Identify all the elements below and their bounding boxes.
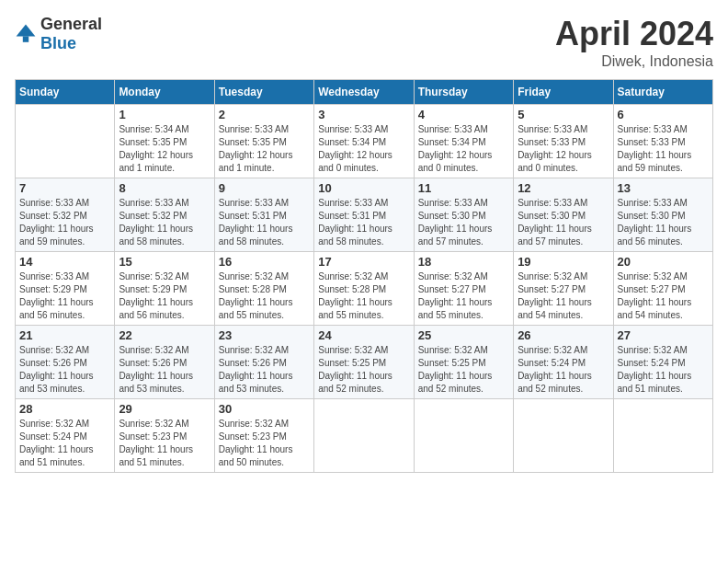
calendar-cell: 6Sunrise: 5:33 AMSunset: 5:33 PMDaylight… xyxy=(613,105,712,178)
cell-info: Sunrise: 5:32 AMSunset: 5:29 PMDaylight:… xyxy=(119,270,210,322)
day-number: 29 xyxy=(119,402,210,416)
day-number: 27 xyxy=(618,328,709,342)
calendar-week-2: 7Sunrise: 5:33 AMSunset: 5:32 PMDaylight… xyxy=(16,178,713,252)
day-number: 3 xyxy=(318,108,409,121)
calendar-cell: 5Sunrise: 5:33 AMSunset: 5:33 PMDaylight… xyxy=(514,105,613,178)
calendar-cell: 2Sunrise: 5:33 AMSunset: 5:35 PMDaylight… xyxy=(214,105,313,178)
col-header-sunday: Sunday xyxy=(16,80,115,105)
day-number: 12 xyxy=(518,181,609,195)
day-number: 26 xyxy=(518,328,609,342)
cell-info: Sunrise: 5:33 AMSunset: 5:30 PMDaylight:… xyxy=(618,197,709,248)
title-area: April 2024 Diwek, Indonesia xyxy=(555,15,713,70)
day-number: 8 xyxy=(119,181,210,195)
cell-info: Sunrise: 5:32 AMSunset: 5:24 PMDaylight:… xyxy=(618,344,709,396)
cell-info: Sunrise: 5:32 AMSunset: 5:28 PMDaylight:… xyxy=(219,270,310,322)
cell-info: Sunrise: 5:33 AMSunset: 5:31 PMDaylight:… xyxy=(219,197,310,248)
day-number: 15 xyxy=(119,255,210,269)
cell-info: Sunrise: 5:32 AMSunset: 5:24 PMDaylight:… xyxy=(19,418,110,469)
cell-info: Sunrise: 5:33 AMSunset: 5:30 PMDaylight:… xyxy=(418,197,509,248)
calendar-cell xyxy=(414,399,513,473)
calendar-cell: 11Sunrise: 5:33 AMSunset: 5:30 PMDayligh… xyxy=(414,178,513,252)
calendar-cell: 13Sunrise: 5:33 AMSunset: 5:30 PMDayligh… xyxy=(613,178,712,252)
day-number: 9 xyxy=(219,181,310,195)
calendar-cell: 7Sunrise: 5:33 AMSunset: 5:32 PMDaylight… xyxy=(16,178,115,252)
cell-info: Sunrise: 5:32 AMSunset: 5:26 PMDaylight:… xyxy=(19,344,110,396)
calendar-cell: 28Sunrise: 5:32 AMSunset: 5:24 PMDayligh… xyxy=(16,399,115,473)
month-title: April 2024 xyxy=(555,15,713,53)
col-header-thursday: Thursday xyxy=(414,80,513,105)
logo: General Blue xyxy=(15,15,102,53)
logo-general-text: General xyxy=(40,15,102,33)
day-number: 11 xyxy=(418,181,509,195)
calendar-week-1: 1Sunrise: 5:34 AMSunset: 5:35 PMDaylight… xyxy=(16,105,713,178)
cell-info: Sunrise: 5:32 AMSunset: 5:28 PMDaylight:… xyxy=(318,270,409,322)
svg-marker-0 xyxy=(17,25,36,37)
day-number: 30 xyxy=(219,402,310,416)
calendar-cell: 3Sunrise: 5:33 AMSunset: 5:34 PMDaylight… xyxy=(314,105,414,178)
col-header-tuesday: Tuesday xyxy=(214,80,313,105)
day-number: 10 xyxy=(318,181,409,195)
calendar-cell: 23Sunrise: 5:32 AMSunset: 5:26 PMDayligh… xyxy=(214,326,313,399)
calendar-cell: 22Sunrise: 5:32 AMSunset: 5:26 PMDayligh… xyxy=(115,326,214,399)
cell-info: Sunrise: 5:33 AMSunset: 5:32 PMDaylight:… xyxy=(19,197,110,248)
day-number: 1 xyxy=(119,108,210,121)
cell-info: Sunrise: 5:33 AMSunset: 5:32 PMDaylight:… xyxy=(119,197,210,248)
cell-info: Sunrise: 5:32 AMSunset: 5:27 PMDaylight:… xyxy=(618,270,709,322)
cell-info: Sunrise: 5:32 AMSunset: 5:23 PMDaylight:… xyxy=(219,418,310,469)
day-number: 4 xyxy=(418,108,509,121)
day-number: 7 xyxy=(19,181,110,195)
col-header-monday: Monday xyxy=(115,80,214,105)
cell-info: Sunrise: 5:33 AMSunset: 5:31 PMDaylight:… xyxy=(318,197,409,248)
calendar-cell xyxy=(514,399,613,473)
cell-info: Sunrise: 5:33 AMSunset: 5:34 PMDaylight:… xyxy=(318,123,409,175)
calendar-cell: 16Sunrise: 5:32 AMSunset: 5:28 PMDayligh… xyxy=(214,252,313,326)
svg-rect-1 xyxy=(23,36,28,41)
col-header-saturday: Saturday xyxy=(613,80,712,105)
calendar-cell xyxy=(314,399,414,473)
calendar-cell: 18Sunrise: 5:32 AMSunset: 5:27 PMDayligh… xyxy=(414,252,513,326)
col-header-friday: Friday xyxy=(514,80,613,105)
cell-info: Sunrise: 5:32 AMSunset: 5:25 PMDaylight:… xyxy=(418,344,509,396)
cell-info: Sunrise: 5:32 AMSunset: 5:23 PMDaylight:… xyxy=(119,418,210,469)
calendar-cell: 26Sunrise: 5:32 AMSunset: 5:24 PMDayligh… xyxy=(514,326,613,399)
day-number: 5 xyxy=(518,108,609,121)
day-number: 14 xyxy=(19,255,110,269)
day-number: 18 xyxy=(418,255,509,269)
cell-info: Sunrise: 5:33 AMSunset: 5:35 PMDaylight:… xyxy=(219,123,310,175)
cell-info: Sunrise: 5:33 AMSunset: 5:33 PMDaylight:… xyxy=(618,123,709,175)
calendar-cell: 19Sunrise: 5:32 AMSunset: 5:27 PMDayligh… xyxy=(514,252,613,326)
calendar-cell xyxy=(16,105,115,178)
day-number: 6 xyxy=(618,108,709,121)
calendar-cell: 1Sunrise: 5:34 AMSunset: 5:35 PMDaylight… xyxy=(115,105,214,178)
cell-info: Sunrise: 5:32 AMSunset: 5:26 PMDaylight:… xyxy=(219,344,310,396)
logo-blue-text: Blue xyxy=(40,34,76,52)
cell-info: Sunrise: 5:32 AMSunset: 5:24 PMDaylight:… xyxy=(518,344,609,396)
calendar-cell: 27Sunrise: 5:32 AMSunset: 5:24 PMDayligh… xyxy=(613,326,712,399)
cell-info: Sunrise: 5:33 AMSunset: 5:33 PMDaylight:… xyxy=(518,123,609,175)
calendar-cell: 15Sunrise: 5:32 AMSunset: 5:29 PMDayligh… xyxy=(115,252,214,326)
cell-info: Sunrise: 5:34 AMSunset: 5:35 PMDaylight:… xyxy=(119,123,210,175)
day-number: 13 xyxy=(618,181,709,195)
day-number: 24 xyxy=(318,328,409,342)
day-number: 23 xyxy=(219,328,310,342)
calendar-cell: 12Sunrise: 5:33 AMSunset: 5:30 PMDayligh… xyxy=(514,178,613,252)
day-number: 21 xyxy=(19,328,110,342)
cell-info: Sunrise: 5:32 AMSunset: 5:26 PMDaylight:… xyxy=(119,344,210,396)
calendar-cell: 4Sunrise: 5:33 AMSunset: 5:34 PMDaylight… xyxy=(414,105,513,178)
day-number: 20 xyxy=(618,255,709,269)
calendar-cell: 30Sunrise: 5:32 AMSunset: 5:23 PMDayligh… xyxy=(214,399,313,473)
logo-icon xyxy=(15,23,37,45)
calendar-week-3: 14Sunrise: 5:33 AMSunset: 5:29 PMDayligh… xyxy=(16,252,713,326)
cell-info: Sunrise: 5:33 AMSunset: 5:29 PMDaylight:… xyxy=(19,270,110,322)
day-number: 17 xyxy=(318,255,409,269)
calendar-cell: 14Sunrise: 5:33 AMSunset: 5:29 PMDayligh… xyxy=(16,252,115,326)
calendar-cell: 24Sunrise: 5:32 AMSunset: 5:25 PMDayligh… xyxy=(314,326,414,399)
header-row: SundayMondayTuesdayWednesdayThursdayFrid… xyxy=(16,80,713,105)
day-number: 22 xyxy=(119,328,210,342)
cell-info: Sunrise: 5:33 AMSunset: 5:34 PMDaylight:… xyxy=(418,123,509,175)
calendar-table: SundayMondayTuesdayWednesdayThursdayFrid… xyxy=(15,79,713,473)
day-number: 19 xyxy=(518,255,609,269)
calendar-cell: 10Sunrise: 5:33 AMSunset: 5:31 PMDayligh… xyxy=(314,178,414,252)
calendar-week-4: 21Sunrise: 5:32 AMSunset: 5:26 PMDayligh… xyxy=(16,326,713,399)
calendar-week-5: 28Sunrise: 5:32 AMSunset: 5:24 PMDayligh… xyxy=(16,399,713,473)
